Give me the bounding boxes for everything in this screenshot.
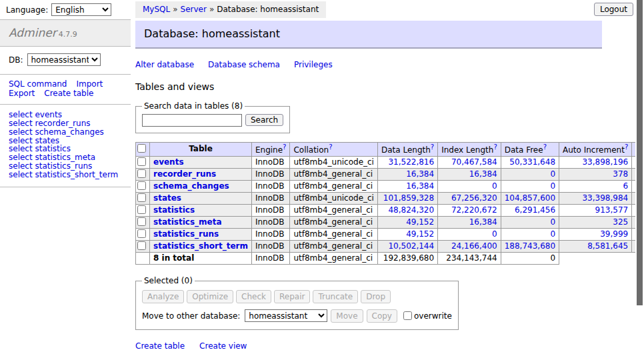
select-all-checkbox[interactable] (137, 144, 146, 153)
search-button[interactable]: Search (245, 114, 283, 126)
auto-increment-link[interactable]: 33,398,984 (582, 193, 628, 203)
row-select-checkbox[interactable] (137, 169, 146, 178)
table-name-link[interactable]: recorder_runs (153, 169, 216, 179)
auto-increment-link[interactable]: 6 (623, 181, 629, 191)
index-length-link[interactable]: 70,467,584 (451, 157, 497, 167)
data-free-link[interactable]: 0 (550, 181, 555, 191)
auto-increment-link[interactable]: 8,581,645 (587, 241, 628, 251)
db-select[interactable]: homeassistant (27, 53, 101, 66)
search-fieldset: Search data in tables (8) Search (135, 101, 290, 133)
language-select[interactable]: English (51, 3, 111, 16)
row-select-checkbox[interactable] (137, 205, 146, 214)
table-name-link[interactable]: statistics_short_term (153, 241, 248, 251)
optimize-button[interactable]: Optimize (187, 290, 233, 303)
move-database-select[interactable]: homeassistant (245, 309, 327, 322)
sidebar-select-link[interactable]: select statistics_runs (9, 162, 122, 171)
table-name-link[interactable]: statistics_runs (153, 229, 219, 239)
row-select-checkbox[interactable] (137, 157, 146, 166)
table-name-cell: schema_changes (150, 180, 252, 192)
index-length-link[interactable]: 16,384 (469, 217, 497, 227)
engine-cell: InnoDB (251, 192, 289, 204)
vertical-scrollbar[interactable] (635, 0, 644, 362)
database-schema-link[interactable]: Database schema (208, 60, 280, 69)
move-button[interactable]: Move (331, 309, 363, 323)
drop-button[interactable]: Drop (361, 290, 391, 303)
table-name-link[interactable]: statistics_meta (153, 217, 222, 227)
index-length-link[interactable]: 0 (492, 229, 497, 239)
data-length-link[interactable]: 49,152 (406, 217, 434, 227)
data-free-link[interactable]: 0 (550, 229, 555, 239)
breadcrumb-server-link[interactable]: Server (181, 5, 207, 14)
db-selector-row: DB:homeassistant (0, 47, 131, 75)
index-length-link[interactable]: 0 (492, 181, 497, 191)
data-length-link[interactable]: 48,824,320 (388, 205, 434, 215)
sidebar-link-export[interactable]: Export (9, 89, 35, 98)
create-view-link[interactable]: Create view (199, 341, 247, 351)
index-length-link[interactable]: 24,166,400 (451, 241, 497, 251)
engine-cell: InnoDB (251, 216, 289, 228)
sidebar-link-import[interactable]: Import (76, 79, 103, 89)
index-length-link[interactable]: 72,220,672 (451, 205, 497, 215)
table-name-cell: events (150, 156, 252, 168)
auto-increment-link[interactable]: 913,577 (595, 205, 629, 215)
truncate-button[interactable]: Truncate (313, 290, 358, 303)
app-title: Adminer4.7.9 (0, 19, 131, 47)
data-length-link[interactable]: 10,502,144 (388, 241, 434, 251)
create-table-link[interactable]: Create table (135, 341, 185, 351)
search-input[interactable] (142, 114, 242, 127)
auto-increment-link[interactable]: 39,999 (600, 229, 628, 239)
data-length-link[interactable]: 101,859,328 (383, 193, 434, 203)
data-free-link[interactable]: 0 (550, 217, 555, 227)
collation-cell: utf8mb4_general_ci (290, 168, 378, 180)
index-length-link[interactable]: 67,256,320 (451, 193, 497, 203)
table-name-link[interactable]: events (153, 157, 184, 167)
breadcrumb-separator: » (209, 5, 214, 14)
row-select-checkbox[interactable] (137, 217, 146, 226)
alter-database-link[interactable]: Alter database (135, 60, 194, 69)
analyze-button[interactable]: Analyze (142, 290, 184, 303)
sidebar-link-sql-command[interactable]: SQL command (9, 79, 67, 89)
auto-increment-link[interactable]: 378 (613, 169, 628, 179)
collation-help-icon[interactable]: ? (329, 143, 332, 151)
scrollbar-thumb[interactable] (637, 0, 643, 305)
overwrite-checkbox[interactable] (403, 311, 412, 320)
row-select-checkbox[interactable] (137, 181, 146, 190)
sidebar-select-link[interactable]: select schema_changes (9, 128, 122, 137)
index-length-link[interactable]: 16,384 (469, 169, 497, 179)
data-length-link[interactable]: 16,384 (406, 181, 434, 191)
sidebar-link-create-table[interactable]: Create table (44, 89, 93, 98)
row-select-checkbox[interactable] (137, 241, 146, 250)
index-length-help-icon[interactable]: ? (493, 143, 497, 151)
move-label: Move to other database: (142, 311, 240, 321)
table-name-link[interactable]: schema_changes (153, 181, 229, 191)
row-select-checkbox[interactable] (137, 229, 146, 238)
data-free-link[interactable]: 104,857,600 (505, 193, 555, 203)
breadcrumb: MySQL»Server»Database: homeassistant (135, 1, 326, 18)
engine-help-icon[interactable]: ? (283, 143, 286, 151)
auto-increment-link[interactable]: 325 (613, 217, 628, 227)
table-name-link[interactable]: states (153, 193, 181, 203)
data-free-link[interactable]: 6,291,456 (515, 205, 555, 215)
copy-button[interactable]: Copy (367, 309, 397, 323)
data-free-help-icon[interactable]: ? (543, 143, 547, 151)
row-select-checkbox[interactable] (137, 193, 146, 202)
sidebar-select-link[interactable]: select statistics_short_term (9, 171, 122, 179)
data-free-link[interactable]: 50,331,648 (509, 157, 555, 167)
auto-increment-help-icon[interactable]: ? (625, 143, 628, 151)
check-button[interactable]: Check (236, 290, 271, 303)
data-length-help-icon[interactable]: ? (431, 143, 434, 151)
total-index-length: 234,143,744 (438, 252, 501, 264)
selected-buttons-row: AnalyzeOptimizeCheckRepairTruncateDrop (142, 290, 452, 303)
logout-button[interactable]: Logout (594, 3, 633, 16)
breadcrumb-mysql-link[interactable]: MySQL (143, 5, 170, 14)
data-free-link[interactable]: 188,743,680 (505, 241, 555, 251)
sidebar-select-link[interactable]: select recorder_runs (9, 119, 122, 128)
table-name-link[interactable]: statistics (153, 205, 195, 215)
data-length-link[interactable]: 31,522,816 (388, 157, 434, 167)
repair-button[interactable]: Repair (274, 290, 310, 303)
data-length-link[interactable]: 16,384 (406, 169, 434, 179)
data-free-link[interactable]: 0 (550, 169, 555, 179)
data-length-link[interactable]: 49,152 (406, 229, 434, 239)
auto-increment-link[interactable]: 33,898,196 (582, 157, 628, 167)
privileges-link[interactable]: Privileges (294, 60, 333, 69)
